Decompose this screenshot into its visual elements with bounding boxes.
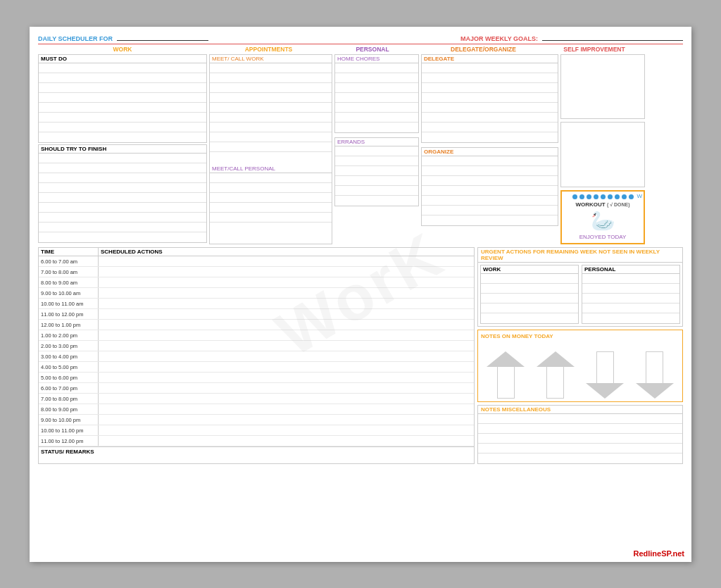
list-item[interactable] <box>422 206 558 215</box>
list-item[interactable] <box>478 414 682 424</box>
table-row[interactable]: 5.00 to 6.00 pm <box>39 373 474 383</box>
action-cell[interactable] <box>99 351 474 361</box>
list-item[interactable] <box>39 183 206 193</box>
list-item[interactable] <box>422 196 558 206</box>
list-item[interactable] <box>478 453 682 463</box>
table-row[interactable]: 3.00 to 4.00 pm <box>39 351 474 362</box>
action-cell[interactable] <box>99 362 474 372</box>
table-row[interactable]: 9.00 to 10.00 pm <box>39 415 474 425</box>
action-cell[interactable] <box>99 277 474 287</box>
action-cell[interactable] <box>99 383 474 393</box>
table-row[interactable]: 11.00 to 12.00 pm <box>39 309 474 320</box>
list-item[interactable] <box>582 304 679 313</box>
list-item[interactable] <box>335 73 418 83</box>
list-item[interactable] <box>39 163 206 173</box>
list-item[interactable] <box>210 183 332 193</box>
list-item[interactable] <box>422 186 558 196</box>
list-item[interactable] <box>39 73 206 83</box>
list-item[interactable] <box>422 176 558 186</box>
action-cell[interactable] <box>99 320 474 330</box>
list-item[interactable] <box>481 313 578 323</box>
list-item[interactable] <box>422 113 558 123</box>
list-item[interactable] <box>582 284 679 294</box>
action-cell[interactable] <box>99 256 474 266</box>
list-item[interactable] <box>39 193 206 203</box>
list-item[interactable] <box>210 83 332 93</box>
list-item[interactable] <box>39 103 206 113</box>
list-item[interactable] <box>210 113 332 123</box>
list-item[interactable] <box>39 223 206 232</box>
list-item[interactable] <box>481 304 578 313</box>
table-row[interactable]: 8.00 to 9.00 pm <box>39 404 474 415</box>
table-row[interactable]: 11.00 to 12.00 pm <box>39 436 474 446</box>
list-item[interactable] <box>582 313 679 323</box>
list-item[interactable] <box>39 113 206 123</box>
action-cell[interactable] <box>99 267 474 277</box>
list-item[interactable] <box>39 93 206 103</box>
list-item[interactable] <box>335 63 418 73</box>
list-item[interactable] <box>478 434 682 444</box>
list-item[interactable] <box>422 93 558 103</box>
table-row[interactable]: 7.00 to 8.00 pm <box>39 394 474 404</box>
list-item[interactable] <box>335 156 418 166</box>
list-item[interactable] <box>39 123 206 132</box>
action-cell[interactable] <box>99 341 474 351</box>
list-item[interactable] <box>39 213 206 223</box>
list-item[interactable] <box>335 103 418 113</box>
action-cell[interactable] <box>99 288 474 298</box>
action-cell[interactable] <box>99 309 474 319</box>
list-item[interactable] <box>210 142 332 152</box>
table-row[interactable]: 10.00 to 11.00 pm <box>39 425 474 436</box>
list-item[interactable] <box>335 186 418 196</box>
table-row[interactable]: 1.00 to 2.00 pm <box>39 330 474 341</box>
table-row[interactable]: 8.00 to 9.00 am <box>39 277 474 288</box>
table-row[interactable]: 6.00 to 7.00 pm <box>39 383 474 394</box>
list-item[interactable] <box>39 132 206 142</box>
table-row[interactable]: 4.00 to 5.00 pm <box>39 362 474 373</box>
action-cell[interactable] <box>99 415 474 425</box>
table-row[interactable]: 6.00 to 7.00 am <box>39 256 474 267</box>
list-item[interactable] <box>210 223 332 232</box>
list-item[interactable] <box>481 284 578 294</box>
list-item[interactable] <box>422 63 558 73</box>
list-item[interactable] <box>210 103 332 113</box>
list-item[interactable] <box>210 93 332 103</box>
list-item[interactable] <box>422 83 558 93</box>
action-cell[interactable] <box>99 299 474 308</box>
list-item[interactable] <box>335 123 418 132</box>
list-item[interactable] <box>422 73 558 83</box>
list-item[interactable] <box>39 203 206 213</box>
list-item[interactable] <box>478 424 682 434</box>
table-row[interactable]: 10.00 to 11.00 am <box>39 299 474 309</box>
list-item[interactable] <box>335 93 418 103</box>
list-item[interactable] <box>39 63 206 73</box>
action-cell[interactable] <box>99 373 474 382</box>
list-item[interactable] <box>210 203 332 213</box>
list-item[interactable] <box>422 103 558 113</box>
action-cell[interactable] <box>99 404 474 414</box>
list-item[interactable] <box>335 146 418 156</box>
table-row[interactable]: 2.00 to 3.00 pm <box>39 341 474 351</box>
list-item[interactable] <box>39 154 206 163</box>
list-item[interactable] <box>335 113 418 123</box>
list-item[interactable] <box>210 123 332 132</box>
action-cell[interactable] <box>99 425 474 435</box>
list-item[interactable] <box>210 173 332 183</box>
list-item[interactable] <box>422 215 558 225</box>
action-cell[interactable] <box>99 330 474 340</box>
list-item[interactable] <box>335 83 418 93</box>
table-row[interactable]: 12.00 to 1.00 pm <box>39 320 474 330</box>
list-item[interactable] <box>481 294 578 304</box>
list-item[interactable] <box>39 232 206 242</box>
list-item[interactable] <box>422 123 558 132</box>
list-item[interactable] <box>582 274 679 284</box>
list-item[interactable] <box>422 132 558 142</box>
list-item[interactable] <box>335 196 418 206</box>
list-item[interactable] <box>422 156 558 166</box>
list-item[interactable] <box>335 166 418 176</box>
list-item[interactable] <box>582 294 679 304</box>
list-item[interactable] <box>478 444 682 453</box>
list-item[interactable] <box>210 193 332 203</box>
list-item[interactable] <box>422 166 558 176</box>
action-cell[interactable] <box>99 394 474 404</box>
